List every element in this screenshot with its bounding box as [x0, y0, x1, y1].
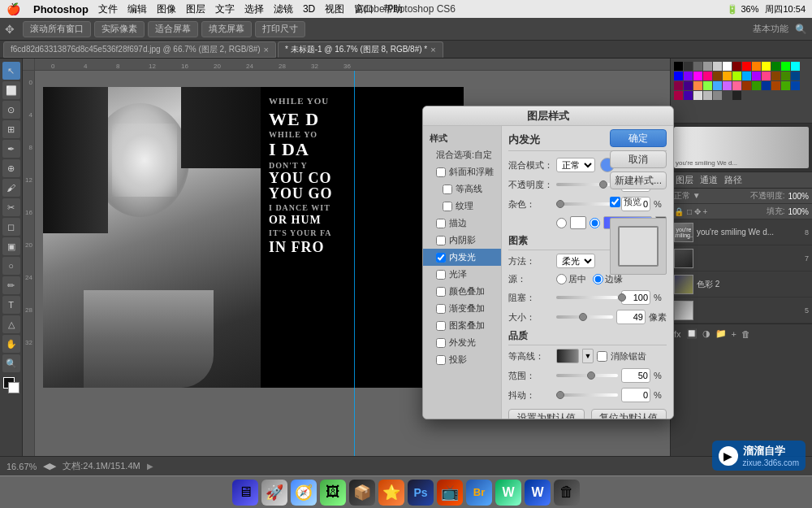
bottom-button-row: 设置为默认值 复位为默认值: [508, 409, 667, 419]
choke-label: 阻塞：: [508, 292, 553, 304]
opacity-slider[interactable]: [556, 183, 618, 186]
inner-glow-checkbox[interactable]: [436, 253, 446, 263]
watermark-icon: ▶: [719, 446, 738, 466]
blend-mode-label: 混合模式：: [508, 159, 553, 172]
opacity-thumb[interactable]: [599, 180, 607, 189]
ok-button[interactable]: 确定: [610, 129, 667, 147]
watermark-brand: 溜溜自学: [743, 444, 799, 458]
preview-checkbox[interactable]: [610, 197, 620, 207]
jitter-slider[interactable]: [556, 393, 618, 397]
jitter-label: 抖动：: [508, 389, 553, 402]
noise-thumb[interactable]: [556, 200, 564, 208]
color-overlay-item[interactable]: 颜色叠加: [423, 283, 501, 300]
gradient-overlay-checkbox[interactable]: [436, 304, 446, 314]
layer-style-dialog: 图层样式 样式 混合选项:自定 斜面和浮雕 等高线: [422, 106, 674, 419]
texture-checkbox[interactable]: [443, 202, 452, 211]
jitter-unit: %: [654, 390, 667, 400]
outer-glow-checkbox[interactable]: [436, 338, 446, 348]
satin-checkbox[interactable]: [436, 270, 446, 280]
set-default-button[interactable]: 设置为默认值: [508, 409, 585, 419]
anti-alias-checkbox[interactable]: [597, 351, 607, 362]
drop-shadow-checkbox[interactable]: [436, 355, 446, 365]
size-slider[interactable]: [556, 315, 613, 319]
style-section-title: 样式: [423, 129, 501, 146]
technique-select[interactable]: 柔光: [556, 254, 595, 268]
preview-box: [610, 218, 667, 275]
outer-glow-item[interactable]: 外发光: [423, 334, 501, 351]
dialog-left-panel: 样式 混合选项:自定 斜面和浮雕 等高线 纹理: [423, 126, 502, 419]
preview-label: 预览: [610, 196, 667, 208]
jitter-row: 抖动： %: [508, 388, 667, 402]
size-thumb[interactable]: [579, 313, 587, 321]
range-unit: %: [654, 371, 667, 380]
choke-slider[interactable]: [556, 296, 618, 299]
reset-default-button[interactable]: 复位为默认值: [591, 409, 667, 419]
edge-radio-label: 边缘: [593, 273, 623, 285]
source-label: 源：: [508, 273, 553, 285]
choke-thumb[interactable]: [618, 293, 626, 302]
new-style-button[interactable]: 新建样式...: [610, 172, 667, 189]
opacity-row-label: 不透明度：: [508, 179, 553, 191]
bevel-emboss-item[interactable]: 斜面和浮雕: [423, 163, 501, 180]
anti-alias-label: 消除锯齿: [597, 350, 646, 363]
drop-shadow-item[interactable]: 投影: [423, 351, 501, 368]
contour-quality-row: 等高线： ▼ 消除锯齿: [508, 349, 667, 363]
choke-row: 阻塞： %: [508, 290, 667, 305]
range-thumb[interactable]: [587, 371, 595, 380]
dialog-action-buttons: 确定 取消 新建样式... 预览: [610, 129, 667, 275]
solid-color-radio[interactable]: [556, 218, 567, 228]
jitter-input[interactable]: [621, 388, 650, 402]
watermark-text-block: 溜溜自学 zixue.3d6s.com: [743, 444, 799, 467]
contour-quality-label: 等高线：: [508, 350, 553, 363]
source-radio-group: 居中 边缘: [556, 273, 623, 285]
source-row: 源： 居中 边缘: [508, 273, 667, 285]
color-overlay-checkbox[interactable]: [436, 287, 446, 297]
watermark-url: zixue.3d6s.com: [743, 458, 799, 467]
range-input[interactable]: [621, 368, 650, 383]
inner-glow-item[interactable]: 内发光: [423, 249, 501, 266]
edge-radio[interactable]: [593, 274, 603, 284]
stroke-item[interactable]: 描边: [423, 215, 501, 232]
dialog-overlay: 图层样式 样式 混合选项:自定 斜面和浮雕 等高线: [0, 0, 812, 508]
jitter-thumb[interactable]: [556, 391, 564, 399]
gradient-overlay-item[interactable]: 渐变叠加: [423, 300, 501, 317]
bevel-checkbox[interactable]: [436, 167, 446, 177]
center-radio[interactable]: [556, 274, 567, 284]
inner-shadow-checkbox[interactable]: [436, 236, 446, 245]
stroke-checkbox[interactable]: [436, 219, 446, 228]
range-slider[interactable]: [556, 374, 618, 377]
cancel-button[interactable]: 取消: [610, 150, 667, 168]
gradient-radio[interactable]: [590, 218, 600, 228]
contour-dropdown[interactable]: ▼: [582, 349, 594, 363]
contour-checkbox[interactable]: [443, 185, 452, 194]
watermark: ▶ 溜溜自学 zixue.3d6s.com: [712, 441, 806, 471]
blend-mode-select[interactable]: 正常: [556, 158, 595, 172]
range-label: 范围：: [508, 370, 553, 382]
noise-slider[interactable]: [556, 202, 618, 206]
blend-options-item[interactable]: 混合选项:自定: [423, 146, 501, 163]
satin-item[interactable]: 光泽: [423, 266, 501, 283]
contour-item[interactable]: 等高线: [423, 180, 501, 198]
size-label: 大小：: [508, 311, 553, 323]
dialog-titlebar: 图层样式: [423, 106, 673, 126]
size-input[interactable]: [616, 310, 646, 324]
center-radio-label: 居中: [556, 273, 586, 285]
size-row: 大小： 像素: [508, 310, 667, 324]
color-swatch-white[interactable]: [570, 216, 586, 229]
range-row: 范围： %: [508, 368, 667, 383]
contour-preview[interactable]: [556, 349, 579, 363]
inner-shadow-item[interactable]: 内阴影: [423, 232, 501, 249]
size-unit: 像素: [649, 311, 667, 323]
technique-label: 方法：: [508, 255, 553, 267]
choke-unit: %: [654, 293, 667, 302]
texture-item[interactable]: 纹理: [423, 198, 501, 215]
pattern-overlay-item[interactable]: 图案叠加: [423, 317, 501, 334]
pattern-overlay-checkbox[interactable]: [436, 321, 446, 331]
noise-label: 杂色：: [508, 198, 553, 211]
quality-section-title: 品质: [508, 329, 667, 345]
